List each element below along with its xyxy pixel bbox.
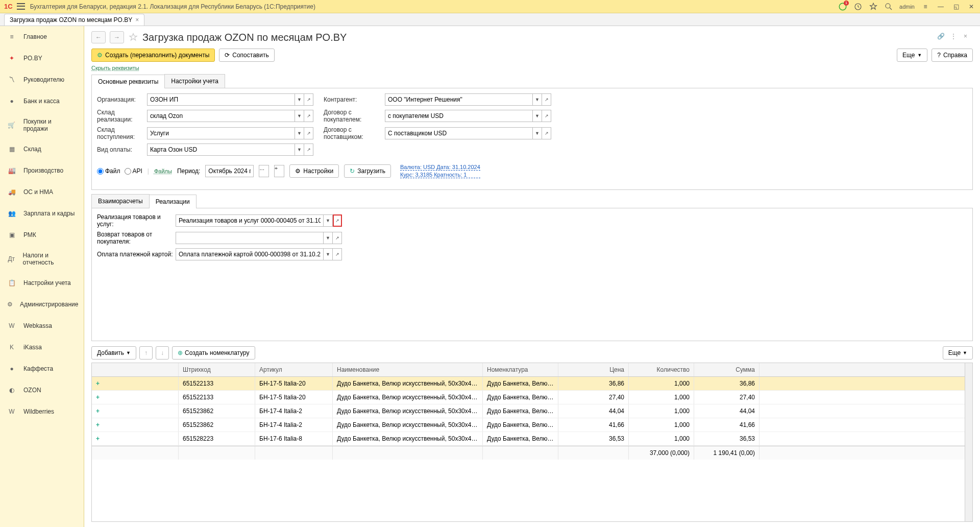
notification-icon[interactable] [838, 2, 847, 11]
open-icon[interactable]: ↗ [304, 93, 313, 106]
th-nomen[interactable]: Номенклатура [483, 363, 558, 376]
tab-realizations[interactable]: Реализации [149, 195, 197, 208]
sidebar-item-13[interactable]: WWebkassa [0, 315, 84, 337]
create-nomenclature-button[interactable]: ⊕ Создать номенклатуру [172, 346, 255, 360]
table-more-button[interactable]: Еще ▼ [943, 346, 973, 360]
sklad-real-input[interactable] [147, 110, 295, 122]
history-icon[interactable] [853, 2, 863, 11]
open-icon[interactable]: ↗ [304, 143, 313, 156]
link-icon[interactable]: 🔗 [937, 33, 946, 42]
tab-settlements[interactable]: Взаиморасчеты [91, 194, 150, 208]
dogovor-supp-input[interactable] [385, 127, 533, 139]
currency-info-link[interactable]: Валюта: USD Дата: 31.10.2024 [400, 164, 480, 171]
files-link[interactable]: Файлы [154, 168, 172, 174]
th-article[interactable]: Артикул [255, 363, 333, 376]
more-icon[interactable]: ⋮ [950, 33, 960, 42]
org-input[interactable] [147, 93, 295, 106]
sidebar-item-1[interactable]: ✦PO.BY [0, 47, 84, 69]
th-sum[interactable]: Сумма [694, 363, 760, 376]
sidebar-item-4[interactable]: 🛒Покупки и продажи [0, 112, 84, 138]
return-doc-input[interactable] [176, 232, 324, 244]
sidebar-item-14[interactable]: KiKassa [0, 337, 84, 358]
hide-props-link[interactable]: Скрыть реквизиты [91, 65, 973, 71]
close-icon[interactable]: × [964, 33, 973, 42]
create-documents-button[interactable]: ⚙ Создать (перезаполнить) документы [91, 49, 215, 62]
open-doc-icon[interactable]: ↗ [333, 214, 342, 227]
sidebar-item-8[interactable]: 👥Зарплата и кадры [0, 203, 84, 224]
more-button[interactable]: Еще ▼ [897, 49, 927, 62]
close-window-icon[interactable]: ✕ [967, 2, 976, 11]
vertical-scrollbar[interactable] [965, 363, 972, 521]
table-row[interactable]: +651523862БН-17-4 Italia-2Дудо Банкетка,… [92, 418, 965, 432]
sidebar-item-7[interactable]: 🚚ОС и НМА [0, 181, 84, 203]
move-down-button[interactable]: ↓ [156, 346, 169, 360]
dropdown-icon[interactable]: ▼ [533, 93, 542, 106]
star-icon[interactable] [869, 2, 878, 11]
menu-icon[interactable] [17, 3, 25, 11]
th-price[interactable]: Цена [558, 363, 629, 376]
contragent-input[interactable] [385, 93, 533, 106]
dropdown-icon[interactable]: ▼ [295, 93, 304, 106]
open-icon[interactable]: ↗ [333, 232, 342, 244]
tab-ozon-load[interactable]: Загрузка продаж OZON по месяцам PO.BY × [4, 14, 144, 26]
period-stepper-button[interactable]: ÷ [274, 165, 284, 177]
dogovor-buyer-input[interactable] [385, 110, 533, 122]
move-up-button[interactable]: ↑ [139, 346, 153, 360]
sidebar-item-2[interactable]: 〽Руководителю [0, 69, 84, 90]
sidebar-item-15[interactable]: ●Каффеста [0, 358, 84, 379]
file-radio[interactable]: Файл [97, 167, 120, 175]
period-input[interactable] [205, 165, 254, 177]
open-icon[interactable]: ↗ [542, 110, 551, 122]
user-label[interactable]: admin [899, 4, 915, 10]
open-icon[interactable]: ↗ [542, 127, 551, 139]
sidebar-item-0[interactable]: ≡Главное [0, 26, 84, 47]
nav-forward-button[interactable]: → [110, 31, 124, 43]
real-doc-input[interactable] [176, 214, 324, 227]
open-icon[interactable]: ↗ [333, 248, 342, 260]
dropdown-icon[interactable]: ▼ [324, 214, 333, 227]
favorite-star-icon[interactable] [128, 32, 138, 42]
table-row[interactable]: +651523862БН-17-4 Italia-2Дудо Банкетка,… [92, 404, 965, 418]
settings-button[interactable]: ⚙ Настройки [289, 164, 339, 178]
dropdown-icon[interactable]: ▼ [295, 127, 304, 139]
th-barcode[interactable]: Штрихкод [179, 363, 255, 376]
sidebar-item-9[interactable]: ▣РМК [0, 224, 84, 246]
sidebar-item-6[interactable]: 🏭Производство [0, 160, 84, 181]
th-qty[interactable]: Количество [629, 363, 694, 376]
load-button[interactable]: ↻ Загрузить [344, 164, 391, 178]
sidebar-item-11[interactable]: 📋Настройки учета [0, 272, 84, 294]
minimize-icon[interactable]: — [936, 2, 945, 11]
restore-icon[interactable]: ◱ [951, 2, 961, 11]
close-tab-icon[interactable]: × [135, 16, 139, 23]
th-name[interactable]: Наименование [333, 363, 483, 376]
open-icon[interactable]: ↗ [542, 93, 551, 106]
open-icon[interactable]: ↗ [304, 110, 313, 122]
api-radio[interactable]: API [125, 167, 142, 175]
sidebar-item-12[interactable]: ⚙Администрирование [0, 294, 84, 315]
dropdown-icon[interactable]: ▼ [295, 143, 304, 156]
rate-info-link[interactable]: Курс: 3,3185 Кратность: 1 [400, 172, 480, 178]
dropdown-icon[interactable]: ▼ [533, 110, 542, 122]
sidebar-item-16[interactable]: ◐OZON [0, 379, 84, 401]
tab-accounting-settings[interactable]: Настройки учета [164, 74, 225, 88]
tab-main-props[interactable]: Основные реквизиты [91, 75, 165, 88]
help-button[interactable]: ? Справка [932, 49, 973, 62]
payment-doc-input[interactable] [176, 248, 324, 260]
nav-back-button[interactable]: ← [91, 31, 106, 43]
sidebar-item-3[interactable]: ●Банк и касса [0, 90, 84, 112]
dropdown-icon[interactable]: ▼ [324, 248, 333, 260]
sidebar-item-10[interactable]: ДтНалоги и отчетность [0, 246, 84, 272]
sidebar-item-17[interactable]: WWildberries [0, 401, 84, 422]
settings-icon[interactable]: ≡ [921, 2, 930, 11]
search-icon[interactable] [884, 2, 893, 11]
compare-button[interactable]: ⟳ Сопоставить [219, 49, 274, 62]
table-row[interactable]: +651522133БН-17-5 Italia-20Дудо Банкетка… [92, 377, 965, 391]
table-row[interactable]: +651528223БН-17-6 Italia-8Дудо Банкетка,… [92, 432, 965, 446]
add-button[interactable]: Добавить ▼ [91, 346, 136, 360]
payment-input[interactable] [147, 143, 295, 156]
dropdown-icon[interactable]: ▼ [295, 110, 304, 122]
sklad-post-input[interactable] [147, 127, 295, 139]
sidebar-item-5[interactable]: ▦Склад [0, 138, 84, 160]
dropdown-icon[interactable]: ▼ [533, 127, 542, 139]
dropdown-icon[interactable]: ▼ [324, 232, 333, 244]
